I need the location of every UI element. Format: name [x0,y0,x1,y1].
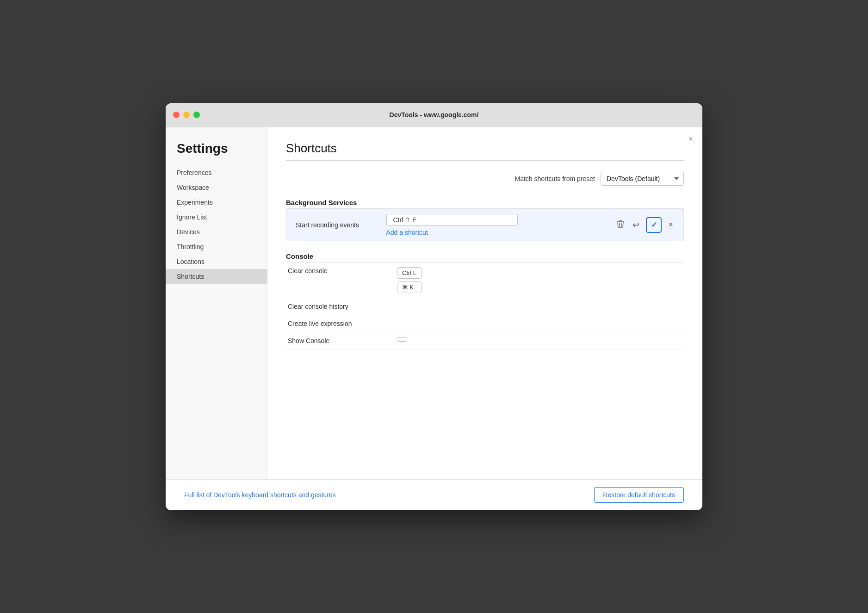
table-row: Start recording events Ctrl ⇧ E Add a sh… [286,209,684,241]
devtools-window: DevTools - www.google.com/ Settings Pref… [166,103,702,510]
sidebar-item-throttling[interactable]: Throttling [166,239,267,254]
shortcut-name: Create live expression [286,320,388,327]
preset-label: Match shortcuts from preset [515,175,595,182]
list-item: Clear console Ctrl L ⌘ K [286,263,684,298]
background-services-table: Start recording events Ctrl ⇧ E Add a sh… [286,209,684,241]
shortcut-name: Show Console [286,337,388,344]
key-badge [397,337,407,342]
sidebar-item-ignore-list[interactable]: Ignore List [166,210,267,225]
console-section: Console Clear console Ctrl L ⌘ K Clear c… [286,252,684,350]
preset-select[interactable]: DevTools (Default) Visual Studio Code [601,172,684,186]
sidebar-item-preferences[interactable]: Preferences [166,165,267,180]
panel-close-button[interactable]: × [688,135,693,143]
key-area [397,337,407,342]
shortcut-name: Clear console history [286,303,388,310]
list-item: Create live expression [286,315,684,332]
minimize-button[interactable] [183,112,190,118]
list-item: Clear console history [286,298,684,315]
traffic-lights [173,112,200,118]
shortcut-actions-cell: ↩ ✓ × [525,209,683,241]
list-item: Show Console [286,332,684,350]
key-badge: ⌘ K [397,281,422,293]
sidebar-item-devices[interactable]: Devices [166,225,267,239]
delete-shortcut-button[interactable] [615,218,626,232]
key-area: Ctrl L ⌘ K [397,267,422,293]
main-content: × Shortcuts Match shortcuts from preset … [267,127,702,479]
undo-shortcut-button[interactable]: ↩ [630,218,642,232]
key-area: Ctrl ⇧ E Add a shortcut [386,214,518,236]
window-title: DevTools - www.google.com/ [390,111,479,119]
key-badge-editing[interactable]: Ctrl ⇧ E [386,214,518,226]
restore-defaults-button[interactable]: Restore default shortcuts [594,487,684,503]
titlebar: DevTools - www.google.com/ [166,103,702,127]
console-title: Console [286,252,684,260]
title-divider [286,160,684,161]
close-button[interactable] [173,112,180,118]
confirm-shortcut-button[interactable]: ✓ [646,217,662,233]
maximize-button[interactable] [193,112,200,118]
sidebar-item-experiments[interactable]: Experiments [166,195,267,210]
page-title: Shortcuts [286,141,684,156]
keyboard-shortcuts-link[interactable]: Full list of DevTools keyboard shortcuts… [184,491,336,499]
preset-row: Match shortcuts from preset DevTools (De… [286,172,684,186]
sidebar-item-locations[interactable]: Locations [166,254,267,269]
trash-icon [617,220,624,228]
background-services-section: Background Services Start recording even… [286,199,684,241]
sidebar-title: Settings [166,137,267,165]
shortcut-key-cell: Ctrl ⇧ E Add a shortcut [379,209,526,241]
shortcut-actions: ↩ ✓ × [533,217,676,233]
sidebar: Settings Preferences Workspace Experimen… [166,127,267,479]
add-shortcut-link[interactable]: Add a shortcut [386,229,518,236]
sidebar-item-workspace[interactable]: Workspace [166,180,267,195]
key-badge: Ctrl L [397,267,422,279]
background-services-title: Background Services [286,199,684,206]
shortcut-name: Clear console [286,267,388,275]
shortcut-name: Start recording events [286,209,379,241]
footer: Full list of DevTools keyboard shortcuts… [166,479,702,510]
window-body: Settings Preferences Workspace Experimen… [166,127,702,479]
sidebar-item-shortcuts[interactable]: Shortcuts [166,269,267,284]
cancel-edit-button[interactable]: × [665,218,676,231]
